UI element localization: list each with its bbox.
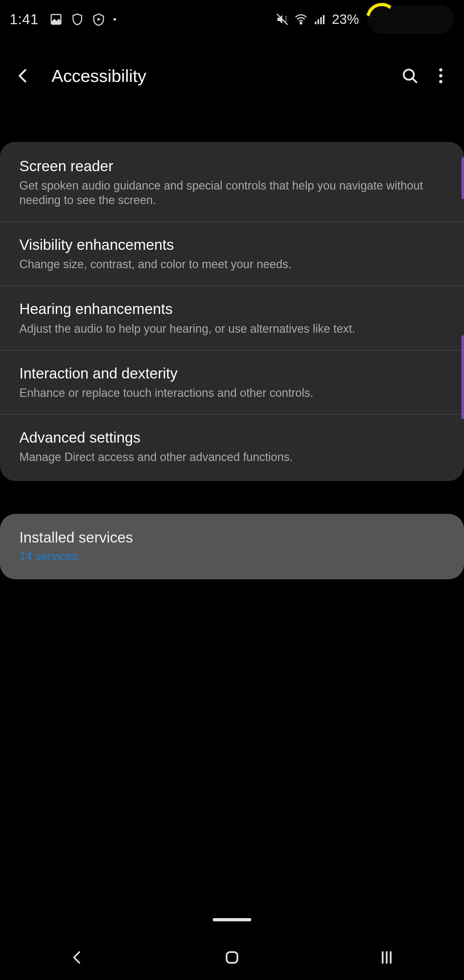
status-right: 23% — [276, 5, 454, 34]
scroll-indicator — [461, 158, 464, 199]
setting-title: Visibility enhancements — [19, 236, 445, 254]
svg-rect-5 — [320, 17, 322, 24]
system-nav-bar — [0, 935, 464, 980]
status-time: 1:41 — [10, 11, 39, 27]
setting-desc: Change size, contrast, and color to meet… — [19, 257, 445, 271]
svg-rect-6 — [323, 15, 324, 24]
status-bar: 1:41 23% — [0, 0, 464, 39]
setting-visibility-enhancements[interactable]: Visibility enhancements Change size, con… — [0, 221, 464, 286]
rounded-square-icon — [224, 950, 240, 966]
back-button[interactable] — [8, 60, 39, 91]
setting-installed-services[interactable]: Installed services 14 services — [0, 514, 464, 579]
setting-title: Hearing enhancements — [19, 300, 445, 318]
setting-title: Installed services — [19, 529, 445, 546]
setting-desc: Enhance or replace touch interactions an… — [19, 385, 445, 400]
battery-percent: 23% — [332, 12, 359, 27]
signal-icon — [313, 13, 326, 26]
search-button[interactable] — [394, 60, 425, 91]
search-icon — [401, 67, 419, 84]
dot-icon — [113, 18, 116, 21]
svg-rect-3 — [315, 22, 316, 24]
page-title: Accessibility — [52, 66, 394, 86]
play-protect-icon — [92, 13, 105, 26]
svg-point-2 — [300, 22, 302, 24]
wifi-icon — [294, 13, 307, 26]
setting-title: Advanced settings — [19, 429, 445, 447]
svg-point-10 — [439, 74, 442, 77]
accessibility-settings-card: Screen reader Get spoken audio guidance … — [0, 142, 464, 481]
more-vertical-icon — [439, 68, 442, 83]
scroll-indicator — [461, 335, 464, 419]
app-header: Accessibility — [0, 48, 464, 103]
installed-services-card: Installed services 14 services — [0, 514, 464, 579]
status-left: 1:41 — [10, 11, 116, 27]
svg-rect-12 — [227, 952, 237, 963]
svg-point-9 — [439, 68, 442, 72]
picture-icon — [49, 13, 62, 26]
gesture-hint — [213, 918, 251, 921]
three-bars-icon — [378, 950, 395, 966]
chevron-left-icon — [69, 950, 86, 966]
svg-line-8 — [413, 79, 416, 83]
shield-icon — [71, 13, 84, 26]
setting-desc: Adjust the audio to help your hearing, o… — [19, 321, 445, 336]
setting-desc: Manage Direct access and other advanced … — [19, 450, 445, 464]
nav-recents-button[interactable] — [361, 941, 412, 974]
setting-desc: Get spoken audio guidance and special co… — [19, 178, 445, 207]
silent-vibrate-icon — [276, 13, 289, 26]
setting-title: Interaction and dexterity — [19, 364, 445, 382]
setting-screen-reader[interactable]: Screen reader Get spoken audio guidance … — [0, 142, 464, 221]
setting-summary-link: 14 services — [19, 550, 445, 563]
overflow-menu-button[interactable] — [425, 60, 456, 91]
svg-rect-4 — [318, 19, 319, 24]
nav-back-button[interactable] — [52, 941, 103, 974]
battery-arc — [361, 0, 403, 40]
setting-advanced[interactable]: Advanced settings Manage Direct access a… — [0, 414, 464, 481]
setting-title: Screen reader — [19, 158, 445, 175]
setting-hearing-enhancements[interactable]: Hearing enhancements Adjust the audio to… — [0, 286, 464, 350]
nav-home-button[interactable] — [206, 941, 258, 974]
chevron-left-icon — [14, 67, 32, 84]
setting-interaction-dexterity[interactable]: Interaction and dexterity Enhance or rep… — [0, 350, 464, 414]
battery-pill — [367, 5, 454, 34]
svg-point-11 — [439, 80, 442, 83]
